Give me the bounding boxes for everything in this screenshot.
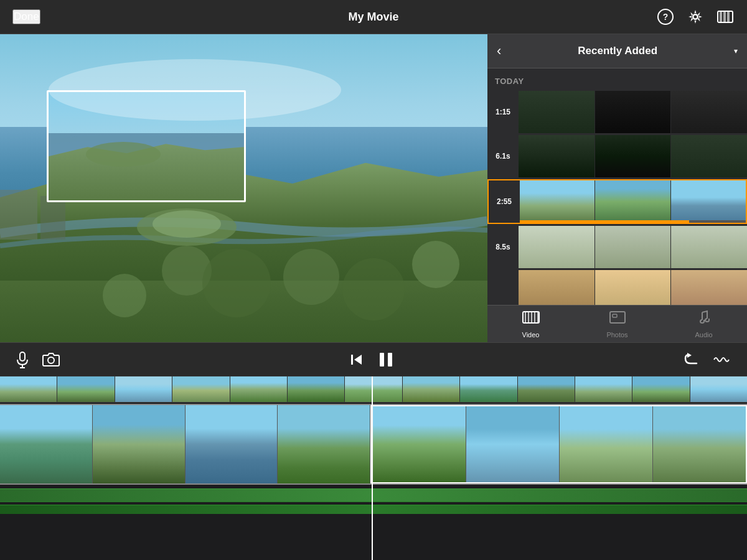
media-item[interactable]: 1:15: [487, 91, 747, 133]
media-type-tabs: Video Photos Audio: [487, 305, 747, 342]
audio-tab-icon: [696, 310, 712, 329]
svg-rect-7: [727, 11, 730, 22]
svg-rect-24: [537, 312, 538, 323]
filmstrip-cell: [518, 376, 575, 402]
play-pause-button[interactable]: [377, 350, 395, 369]
svg-rect-6: [723, 11, 726, 22]
top-bar-icons: ?: [656, 7, 735, 26]
video-track-cell: [653, 406, 746, 482]
timeline-area[interactable]: [0, 376, 747, 560]
dropdown-arrow-icon[interactable]: ▾: [734, 47, 738, 55]
filmstrip-cell: [632, 376, 690, 402]
controls-right: [684, 352, 731, 367]
svg-text:?: ?: [663, 12, 669, 22]
movie-title: My Movie: [348, 11, 398, 24]
media-duration-2: 6.1s: [487, 135, 519, 177]
thumb-3c: [671, 180, 746, 223]
right-video-clip[interactable]: [372, 405, 747, 483]
filmstrip-cell: [575, 376, 632, 402]
tab-audio[interactable]: Audio: [660, 306, 747, 342]
filmstrip-cell: [690, 376, 747, 402]
video-preview-inner: [0, 34, 487, 342]
controls-center: [349, 350, 395, 369]
microphone-button[interactable]: [16, 351, 29, 368]
right-panel: ‹ Recently Added ▾ TODAY 1:15 6.1s: [487, 34, 747, 342]
video-track-cell: [186, 405, 278, 483]
filmstrip-cell: [288, 376, 345, 402]
svg-rect-23: [534, 312, 535, 323]
filmstrip-cell: [460, 376, 517, 402]
top-bar: Done My Movie ?: [0, 0, 747, 34]
thumb-2a: [519, 135, 594, 177]
svg-point-3: [693, 15, 698, 19]
svg-rect-32: [351, 355, 353, 365]
media-duration-5: [487, 270, 519, 305]
video-tab-icon: [522, 310, 540, 329]
photos-tab-icon: [609, 310, 626, 329]
camera-button[interactable]: [42, 352, 60, 367]
main-video-track[interactable]: [0, 404, 747, 485]
cloud-decoration: [49, 59, 341, 121]
filmstrip-cell: [57, 376, 115, 402]
thumb-2c: [671, 135, 747, 177]
thumb-3b: [595, 180, 670, 223]
svg-rect-22: [531, 312, 532, 323]
video-track-cell: [560, 406, 653, 482]
controls-left: [16, 351, 60, 368]
media-duration-3: 2:55: [489, 180, 520, 223]
media-item-2[interactable]: 6.1s: [487, 135, 747, 177]
progress-bar-fill: [520, 220, 689, 223]
svg-point-30: [48, 357, 54, 363]
playhead: [372, 376, 373, 560]
svg-rect-26: [613, 314, 617, 317]
media-thumbnails-4: [519, 226, 747, 268]
svg-rect-21: [528, 312, 529, 323]
back-button[interactable]: ‹: [497, 43, 501, 59]
help-button[interactable]: ?: [656, 7, 675, 26]
settings-button[interactable]: [686, 7, 705, 26]
thumb-5a: [519, 270, 594, 305]
left-video-clip[interactable]: [0, 405, 372, 483]
svg-rect-34: [388, 353, 392, 366]
undo-button[interactable]: [684, 352, 700, 367]
thumb-4b: [595, 226, 671, 268]
done-button[interactable]: Done: [12, 9, 40, 24]
filmstrip-cell: [403, 376, 460, 402]
video-track-cell: [93, 405, 186, 483]
skip-to-beginning-button[interactable]: [349, 352, 364, 367]
media-library-button[interactable]: [716, 7, 735, 26]
progress-bar-container: [520, 220, 746, 223]
svg-rect-27: [20, 352, 25, 361]
controls-bar: [0, 342, 747, 376]
thumb-4c: [671, 226, 747, 268]
svg-marker-35: [687, 353, 692, 358]
tab-photos[interactable]: Photos: [574, 306, 660, 342]
media-duration-1: 1:15: [487, 91, 519, 133]
tab-video[interactable]: Video: [487, 306, 574, 342]
thumb-1b: [595, 91, 671, 133]
media-item-5[interactable]: [487, 270, 747, 305]
thumb-2b: [595, 135, 671, 177]
svg-rect-5: [720, 11, 722, 22]
filmstrip-row: [0, 376, 747, 403]
filmstrip-cell: [230, 376, 288, 402]
audio-detach-button[interactable]: [713, 352, 731, 367]
section-today-label: TODAY: [487, 73, 747, 89]
filmstrip-cell: [0, 376, 57, 402]
thumb-1a: [519, 91, 594, 133]
filmstrip-cell: [345, 376, 402, 402]
library-title: Recently Added: [510, 45, 725, 57]
media-duration-4: 8.5s: [487, 226, 519, 268]
media-thumbnails-2: [519, 135, 747, 177]
media-thumbnails-3: [520, 180, 746, 223]
media-thumbnails-1: [519, 91, 747, 133]
media-item-3[interactable]: 2:55: [487, 179, 747, 224]
thumb-3a: [520, 180, 594, 223]
thumb-5b: [595, 270, 671, 305]
svg-rect-20: [525, 312, 526, 323]
thumb-1c: [671, 91, 747, 133]
audio-tab-label: Audio: [695, 331, 712, 338]
media-library-content[interactable]: TODAY 1:15 6.1s: [487, 68, 747, 305]
audio-track[interactable]: [0, 488, 747, 502]
media-item-4[interactable]: 8.5s: [487, 226, 747, 268]
